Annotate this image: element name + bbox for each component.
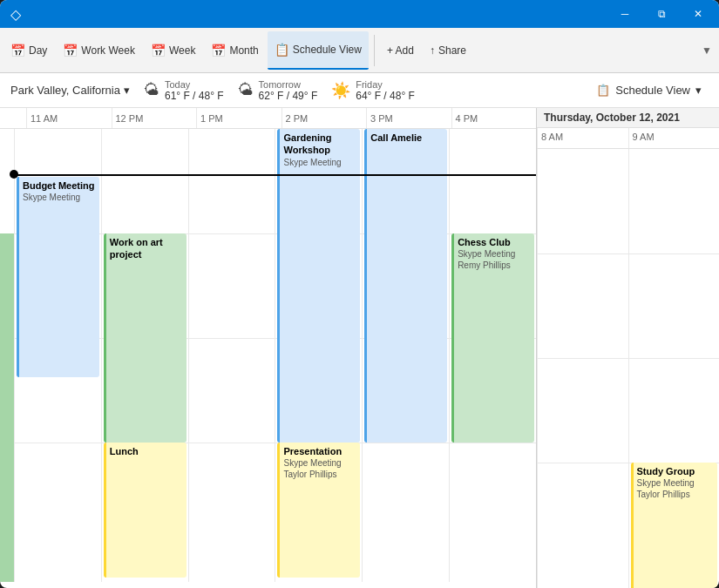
- workweek-icon: 📅: [63, 44, 78, 57]
- thursday-header-text: Thursday, October 12, 2021: [544, 112, 680, 124]
- view-selector-chevron: ▾: [695, 84, 702, 97]
- gardening-sub: Skype Meeting: [283, 157, 356, 168]
- work-on-art-title: Work on art project: [110, 236, 183, 261]
- budget-meeting-title: Budget Meeting: [23, 179, 96, 192]
- month-label: Month: [229, 44, 258, 57]
- presentation-title: Presentation: [283, 445, 356, 457]
- weather-tomorrow: 🌤 Tomorrow 62° F / 49° F: [238, 79, 318, 102]
- add-label: + Add: [387, 44, 414, 57]
- time-col-5: Chess Club Skype Meeting Remy Phillips: [449, 129, 536, 582]
- hour-line: [538, 253, 628, 254]
- time-col-4pm: 4 PM: [451, 108, 537, 128]
- gardening-title: Gardening Workshop: [283, 132, 356, 157]
- toolbar-expand-icon[interactable]: ▼: [698, 41, 716, 60]
- toolbar-workweek-button[interactable]: 📅 Work Week: [56, 31, 142, 70]
- hour-line: [189, 233, 275, 234]
- add-button[interactable]: + Add: [380, 31, 421, 70]
- time-col-1pm: 1 PM: [196, 108, 281, 128]
- gem-icon: ◇: [10, 6, 21, 23]
- hour-line: [629, 253, 720, 254]
- tomorrow-temp: 62° F / 49° F: [259, 90, 318, 102]
- current-time-dot: [10, 170, 18, 179]
- toolbar-day-button[interactable]: 📅 Day: [3, 31, 54, 70]
- minimize-button[interactable]: ─: [607, 0, 642, 28]
- time-columns: Budget Meeting Skype Meeting Work on art…: [14, 129, 536, 582]
- weather-friday: ☀️ Friday 64° F / 48° F: [331, 79, 415, 102]
- presentation-event[interactable]: Presentation Skype Meeting Taylor Philli…: [277, 443, 360, 578]
- time-col-12pm: 12 PM: [112, 108, 197, 128]
- left-green-bar-1: [0, 233, 14, 443]
- friday-weather-icon: ☀️: [331, 81, 350, 100]
- call-amelie-title: Call Amelie: [370, 132, 444, 144]
- presentation-sub2: Taylor Phillips: [283, 469, 356, 480]
- right-time-8am: 8 AM: [537, 128, 628, 148]
- left-green-bar-2: [0, 443, 14, 582]
- today-label: Today: [165, 79, 224, 90]
- presentation-sub1: Skype Meeting: [283, 457, 356, 469]
- month-icon: 📅: [211, 44, 226, 57]
- hour-line: [15, 443, 101, 443]
- hour-line: [189, 338, 275, 339]
- toolbar-divider: [374, 35, 375, 66]
- study-group-sub1: Skype Meeting: [637, 477, 715, 489]
- budget-meeting-event[interactable]: Budget Meeting Skype Meeting: [17, 177, 99, 377]
- schedule-icon: 📋: [275, 43, 289, 57]
- study-group-title: Study Group: [637, 465, 715, 477]
- time-col-3pm: 3 PM: [366, 108, 451, 128]
- week-icon: 📅: [151, 44, 166, 57]
- time-col-3: Gardening Workshop Skype Meeting Present…: [275, 129, 362, 582]
- right-body: Study Group Skype Meeting Taylor Phillip…: [537, 149, 719, 588]
- week-label: Week: [169, 44, 195, 57]
- app-window: ◇ ─ ⧉ ✕ 📅 Day 📅 Work Week 📅 Week 📅 Month…: [0, 0, 719, 588]
- hour-line: [538, 463, 628, 463]
- right-time-header: 8 AM 9 AM: [537, 128, 719, 149]
- share-icon: ↑: [430, 44, 435, 57]
- study-group-event[interactable]: Study Group Skype Meeting Taylor Phillip…: [631, 463, 718, 588]
- time-grid: 11 AM 12 PM 1 PM 2 PM 3 PM 4 PM: [0, 108, 536, 588]
- time-col-2pm: 2 PM: [281, 108, 367, 128]
- hour-line: [538, 358, 628, 359]
- chess-club-title: Chess Club: [458, 236, 531, 248]
- budget-meeting-sub: Skype Meeting: [23, 192, 96, 203]
- time-body: Budget Meeting Skype Meeting Work on art…: [0, 129, 536, 588]
- location-text: Park Valley, California: [10, 84, 120, 97]
- hour-line: [629, 358, 720, 359]
- lunch-event[interactable]: Lunch: [104, 443, 187, 578]
- share-button[interactable]: ↑ Share: [423, 31, 473, 70]
- calendar-area: 11 AM 12 PM 1 PM 2 PM 3 PM 4 PM: [0, 108, 719, 588]
- toolbar-week-button[interactable]: 📅 Week: [144, 31, 202, 70]
- call-amelie-event[interactable]: Call Amelie: [364, 129, 447, 443]
- right-panel-header: Thursday, October 12, 2021: [537, 108, 719, 128]
- close-button[interactable]: ✕: [681, 0, 716, 28]
- view-toolbar: 📅 Day 📅 Work Week 📅 Week 📅 Month 📋 Sched…: [0, 28, 719, 73]
- tomorrow-label: Tomorrow: [259, 79, 318, 90]
- weather-bar: Park Valley, California ▾ 🌤 Today 61° F …: [0, 73, 719, 108]
- time-col-11am: 11 AM: [26, 108, 112, 128]
- right-col-8am: [537, 149, 628, 588]
- toolbar-month-button[interactable]: 📅 Month: [204, 31, 265, 70]
- friday-temp: 64° F / 48° F: [356, 90, 415, 102]
- chess-club-event[interactable]: Chess Club Skype Meeting Remy Phillips: [451, 233, 534, 443]
- share-label: Share: [438, 44, 466, 57]
- restore-button[interactable]: ⧉: [644, 0, 679, 28]
- today-temp: 61° F / 48° F: [165, 90, 224, 102]
- location-selector[interactable]: Park Valley, California ▾: [10, 84, 130, 97]
- tomorrow-weather-icon: 🌤: [238, 81, 254, 99]
- hour-line: [363, 443, 449, 443]
- right-col-9am: Study Group Skype Meeting Taylor Phillip…: [628, 149, 720, 588]
- toolbar-schedule-button[interactable]: 📋 Schedule View: [268, 31, 369, 70]
- weather-today: 🌤 Today 61° F / 48° F: [144, 79, 224, 102]
- time-col-0: Budget Meeting Skype Meeting: [14, 129, 101, 582]
- right-panel: Thursday, October 12, 2021 8 AM 9 AM: [536, 108, 719, 588]
- right-time-9am: 9 AM: [628, 128, 720, 148]
- friday-label: Friday: [356, 79, 415, 90]
- view-selector-label: Schedule View: [615, 84, 690, 97]
- work-on-art-event[interactable]: Work on art project: [104, 233, 187, 443]
- gardening-workshop-event[interactable]: Gardening Workshop Skype Meeting: [277, 129, 360, 443]
- chess-club-sub2: Remy Phillips: [458, 260, 531, 271]
- time-col-2: [188, 129, 275, 582]
- view-selector[interactable]: 📋 Schedule View ▾: [589, 80, 709, 100]
- chess-club-sub1: Skype Meeting: [458, 248, 531, 260]
- hour-line: [450, 443, 536, 443]
- hour-line: [189, 443, 275, 443]
